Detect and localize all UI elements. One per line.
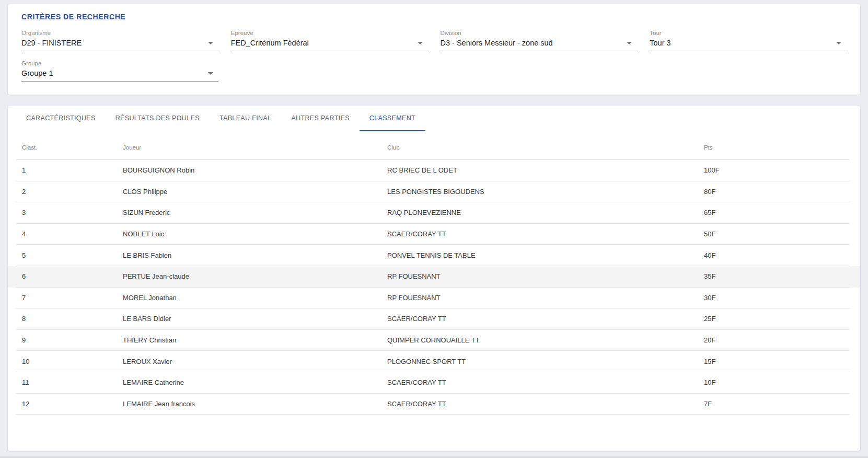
cell-points: 30F bbox=[704, 294, 849, 302]
groupe-select[interactable]: Groupe 1 bbox=[21, 68, 218, 82]
cell-player: SIZUN Frederic bbox=[123, 209, 387, 216]
cell-rank: 5 bbox=[16, 251, 123, 259]
groupe-value: Groupe 1 bbox=[21, 69, 53, 77]
cell-player: LEMAIRE Jean francois bbox=[123, 400, 387, 408]
cell-rank: 7 bbox=[16, 294, 123, 302]
cell-player: THIERY Christian bbox=[123, 336, 387, 344]
page: CRITÈRES DE RECHERCHE Organisme D29 - FI… bbox=[0, 0, 868, 455]
cell-player: PERTUE Jean-claude bbox=[123, 272, 387, 280]
table-row[interactable]: 5LE BRIS FabienPONVEL TENNIS DE TABLE40F bbox=[8, 245, 860, 266]
cell-club: RP FOUESNANT bbox=[387, 272, 704, 280]
cell-player: MOREL Jonathan bbox=[123, 294, 387, 302]
cell-player: LE BRIS Fabien bbox=[123, 251, 387, 259]
table-row[interactable]: 4NOBLET LoicSCAER/CORAY TT50F bbox=[8, 224, 860, 245]
table-row[interactable]: 2CLOS PhilippeLES PONGISTES BIGOUDENS80F bbox=[8, 181, 860, 203]
chevron-down-icon bbox=[208, 72, 213, 75]
cell-rank: 4 bbox=[16, 230, 123, 238]
chevron-down-icon bbox=[208, 42, 213, 44]
cell-club: SCAER/CORAY TT bbox=[387, 230, 704, 238]
cell-club: LES PONGISTES BIGOUDENS bbox=[387, 188, 704, 196]
cell-player: BOURGUIGNON Robin bbox=[123, 166, 387, 174]
tab-autres-parties[interactable]: AUTRES PARTIES bbox=[281, 106, 359, 131]
table-row[interactable]: 9THIERY ChristianQUIMPER CORNOUAILLE TT2… bbox=[8, 330, 860, 351]
groupe-label: Groupe bbox=[21, 60, 218, 66]
table-header-row: Clast. Joueur Club Pts bbox=[8, 135, 860, 160]
epreuve-label: Épreuve bbox=[231, 30, 428, 36]
cell-points: 7F bbox=[704, 400, 849, 408]
field-groupe: Groupe Groupe 1 bbox=[21, 60, 218, 82]
criteria-title: CRITÈRES DE RECHERCHE bbox=[21, 13, 847, 21]
cell-rank: 8 bbox=[16, 315, 123, 323]
cell-points: 25F bbox=[704, 315, 849, 323]
search-criteria-panel: CRITÈRES DE RECHERCHE Organisme D29 - FI… bbox=[8, 4, 860, 95]
organisme-value: D29 - FINISTERE bbox=[21, 39, 82, 47]
cell-points: 65F bbox=[704, 209, 849, 216]
cell-points: 35F bbox=[704, 272, 849, 280]
field-epreuve: Épreuve FED_Critérium Fédéral bbox=[231, 30, 428, 51]
cell-rank: 11 bbox=[16, 379, 123, 386]
cell-rank: 2 bbox=[16, 188, 123, 196]
criteria-fields: Organisme D29 - FINISTERE Épreuve FED_Cr… bbox=[21, 30, 847, 82]
cell-points: 10F bbox=[704, 379, 849, 386]
cell-rank: 6 bbox=[16, 272, 123, 280]
tab-classement[interactable]: CLASSEMENT bbox=[360, 106, 425, 131]
cell-points: 20F bbox=[704, 336, 849, 344]
results-panel: CARACTÉRISTIQUESRÉSULTATS DES POULESTABL… bbox=[8, 106, 860, 451]
column-header-club: Club bbox=[387, 144, 704, 151]
epreuve-value: FED_Critérium Fédéral bbox=[231, 39, 309, 47]
table-row[interactable]: 12LEMAIRE Jean francoisSCAER/CORAY TT7F bbox=[8, 394, 860, 415]
cell-club: RC BRIEC DE L ODET bbox=[387, 166, 704, 174]
table-row[interactable]: 3SIZUN FredericRAQ PLONEVEZIENNE65F bbox=[8, 202, 860, 224]
cell-rank: 3 bbox=[16, 209, 123, 216]
tabs: CARACTÉRISTIQUESRÉSULTATS DES POULESTABL… bbox=[8, 106, 860, 131]
chevron-down-icon bbox=[836, 42, 841, 44]
cell-player: LEROUX Xavier bbox=[123, 358, 387, 365]
table-row[interactable]: 8LE BARS DidierSCAER/CORAY TT25F bbox=[8, 308, 860, 330]
cell-rank: 10 bbox=[16, 358, 123, 365]
cell-club: SCAER/CORAY TT bbox=[387, 315, 704, 323]
cell-club: PONVEL TENNIS DE TABLE bbox=[387, 251, 704, 259]
table-row[interactable]: 10LEROUX XavierPLOGONNEC SPORT TT15F bbox=[8, 351, 860, 372]
cell-points: 80F bbox=[704, 188, 849, 196]
cell-rank: 12 bbox=[16, 400, 123, 408]
cell-points: 40F bbox=[704, 251, 849, 259]
column-header-player: Joueur bbox=[123, 144, 387, 151]
cell-points: 50F bbox=[704, 230, 849, 238]
cell-club: PLOGONNEC SPORT TT bbox=[387, 358, 704, 365]
tab-tableau-final[interactable]: TABLEAU FINAL bbox=[210, 106, 281, 131]
field-tour: Tour Tour 3 bbox=[650, 30, 847, 51]
division-label: Division bbox=[441, 30, 638, 36]
table-row[interactable]: 11LEMAIRE CatherineSCAER/CORAY TT10F bbox=[8, 372, 860, 394]
column-header-points: Pts bbox=[704, 144, 849, 151]
tour-label: Tour bbox=[650, 30, 847, 36]
epreuve-select[interactable]: FED_Critérium Fédéral bbox=[231, 38, 428, 51]
field-division: Division D3 - Seniors Messieur - zone su… bbox=[441, 30, 638, 51]
division-select[interactable]: D3 - Seniors Messieur - zone sud bbox=[441, 38, 638, 51]
table-row[interactable]: 6PERTUE Jean-claudeRP FOUESNANT35F bbox=[8, 266, 860, 288]
cell-club: RAQ PLONEVEZIENNE bbox=[387, 209, 704, 216]
table-row[interactable]: 1BOURGUIGNON RobinRC BRIEC DE L ODET100F bbox=[8, 160, 860, 181]
cell-club: RP FOUESNANT bbox=[387, 294, 704, 302]
table-row[interactable]: 7MOREL JonathanRP FOUESNANT30F bbox=[8, 288, 860, 309]
tab-resultats-des-poules[interactable]: RÉSULTATS DES POULES bbox=[106, 106, 210, 131]
cell-club: SCAER/CORAY TT bbox=[387, 379, 704, 386]
cell-points: 100F bbox=[704, 166, 849, 174]
tab-caracteristiques[interactable]: CARACTÉRISTIQUES bbox=[16, 106, 106, 131]
division-value: D3 - Seniors Messieur - zone sud bbox=[441, 39, 553, 47]
cell-player: LE BARS Didier bbox=[123, 315, 387, 323]
cell-player: NOBLET Loic bbox=[123, 230, 387, 238]
cell-player: CLOS Philippe bbox=[123, 188, 387, 196]
tour-select[interactable]: Tour 3 bbox=[650, 38, 847, 51]
cell-player: LEMAIRE Catherine bbox=[123, 379, 387, 386]
cell-rank: 1 bbox=[16, 166, 123, 174]
chevron-down-icon bbox=[418, 42, 423, 44]
cell-points: 15F bbox=[704, 358, 849, 365]
cell-club: QUIMPER CORNOUAILLE TT bbox=[387, 336, 704, 344]
cell-club: SCAER/CORAY TT bbox=[387, 400, 704, 408]
tour-value: Tour 3 bbox=[650, 39, 670, 47]
column-header-rank: Clast. bbox=[16, 144, 123, 151]
table-body: 1BOURGUIGNON RobinRC BRIEC DE L ODET100F… bbox=[8, 160, 860, 415]
organisme-select[interactable]: D29 - FINISTERE bbox=[21, 38, 218, 51]
organisme-label: Organisme bbox=[21, 30, 218, 36]
cell-rank: 9 bbox=[16, 336, 123, 344]
